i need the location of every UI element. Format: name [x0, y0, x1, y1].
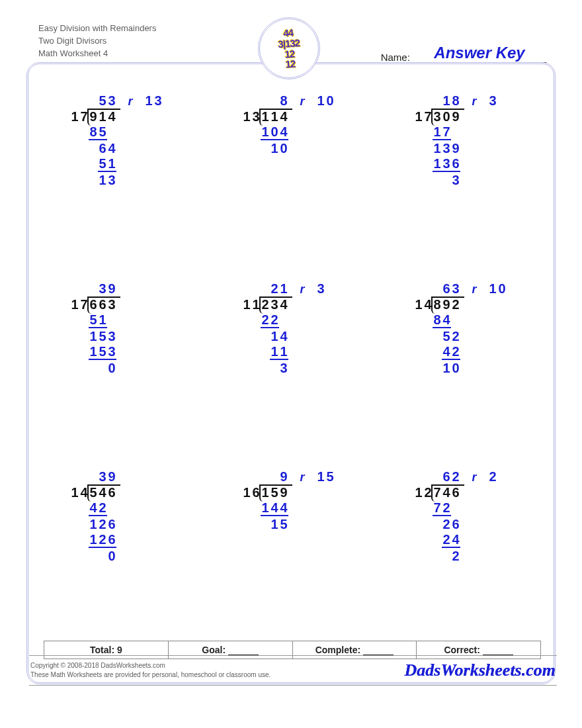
- logo-badge: 443|1321212: [258, 17, 320, 79]
- copyright-bar: Copyright © 2008-2018 DadsWorksheets.com…: [29, 655, 557, 686]
- division-problem: 18r3 17309 171391363: [377, 89, 549, 262]
- division-problem: 39 14546 421261260: [33, 465, 205, 638]
- name-block: Name: Answer Key: [381, 44, 546, 63]
- worksheet-page: Easy Division with Remainders Two Digit …: [24, 15, 558, 713]
- division-problem: 39 17663 511531530: [33, 277, 205, 450]
- title-block: Easy Division with Remainders Two Digit …: [38, 23, 156, 60]
- copyright-text: Copyright © 2008-2018 DadsWorksheets.com…: [30, 661, 270, 680]
- division-problem: 62r2 12746 7226242: [377, 465, 549, 638]
- title-line-1: Easy Division with Remainders: [38, 23, 156, 35]
- problems-grid: 53r13 17914 856451138r10 13114 1041018r3…: [33, 89, 549, 638]
- division-problem: 8r10 13114 10410: [205, 89, 377, 262]
- division-problem: 21r3 11234 2214113: [205, 277, 377, 450]
- title-line-2: Two Digit Divisors: [38, 35, 156, 48]
- logo-icon: 443|1321212: [277, 26, 302, 69]
- division-problem: 9r15 16159 14415: [205, 465, 377, 638]
- site-logo: DadsWorksheets.com: [405, 659, 556, 682]
- name-label: Name:: [381, 52, 410, 63]
- division-problem: 63r10 14892 84524210: [377, 277, 549, 450]
- title-line-3: Math Worksheet 4: [38, 48, 156, 60]
- division-problem: 53r13 17914 85645113: [33, 89, 205, 262]
- name-value: Answer Key: [413, 44, 546, 63]
